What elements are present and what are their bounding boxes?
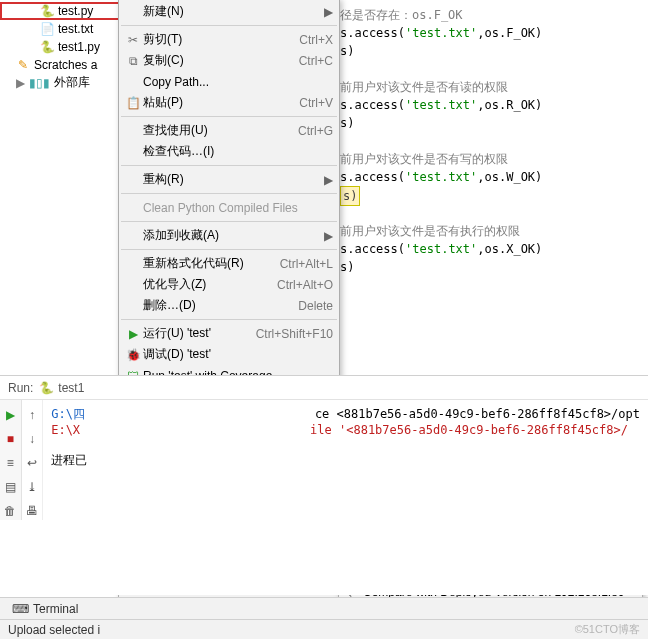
- run-icon: ▶: [123, 327, 143, 341]
- debug-icon: 🐞: [123, 348, 143, 362]
- tab-terminal[interactable]: ⌨ Terminal: [4, 598, 86, 620]
- expand-icon[interactable]: ▶: [16, 76, 25, 90]
- code-selection: s): [340, 186, 360, 206]
- menu-item-optimize-imports[interactable]: 优化导入(Z)Ctrl+Alt+O: [119, 274, 339, 295]
- tab-label: Terminal: [33, 602, 78, 616]
- menu-item-add-favorites[interactable]: 添加到收藏(A)▶: [119, 225, 339, 246]
- menu-separator: [121, 221, 337, 222]
- tree-item-test-py[interactable]: 🐍 test.py: [0, 2, 129, 20]
- status-bar: Upload selected i ©51CTO博客: [0, 619, 648, 639]
- library-icon: ▮▯▮: [29, 76, 50, 90]
- menu-item-find-usages[interactable]: 查找使用(U)Ctrl+G: [119, 120, 339, 141]
- menu-item-copy-path[interactable]: Copy Path...: [119, 71, 339, 92]
- menu-separator: [121, 116, 337, 117]
- print-button[interactable]: 🖶: [23, 502, 41, 520]
- tree-item-label: test.txt: [58, 22, 93, 36]
- menu-item-clean-python[interactable]: Clean Python Compiled Files: [119, 197, 339, 218]
- rerun-button[interactable]: ▶: [1, 406, 19, 424]
- text-file-icon: 📄: [40, 22, 54, 36]
- cut-icon: ✂: [123, 33, 143, 47]
- trash-button[interactable]: 🗑: [1, 502, 19, 520]
- run-config-name: test1: [58, 381, 84, 395]
- up-button[interactable]: ↑: [23, 406, 41, 424]
- tree-item-external-lib[interactable]: ▶ ▮▯▮ 外部库: [0, 74, 129, 91]
- layout-button[interactable]: ≡: [1, 454, 19, 472]
- menu-item-copy[interactable]: ⧉复制(C)Ctrl+C: [119, 50, 339, 71]
- menu-item-new[interactable]: 新建(N)▶: [119, 1, 339, 22]
- menu-item-cut[interactable]: ✂剪切(T)Ctrl+X: [119, 29, 339, 50]
- terminal-icon: ⌨: [12, 602, 29, 616]
- menu-item-debug[interactable]: 🐞调试(D) 'test': [119, 344, 339, 365]
- chevron-right-icon: ▶: [324, 173, 333, 187]
- run-tool-window: Run: 🐍 test1 ▶ ■ ≡ ▤ 🗑 ↑ ↓ ↩ ⤓ 🖶 G:\四ce …: [0, 375, 648, 595]
- run-gutter: ▶ ■ ≡ ▤ 🗑: [0, 400, 22, 520]
- tree-item-label: test1.py: [58, 40, 100, 54]
- bottom-tool-tabs: ⌨ Terminal: [0, 597, 648, 619]
- menu-item-paste[interactable]: 📋粘贴(P)Ctrl+V: [119, 92, 339, 113]
- tree-item-label: Scratches a: [34, 58, 97, 72]
- menu-item-refactor[interactable]: 重构(R)▶: [119, 169, 339, 190]
- code-editor[interactable]: 径是否存在：os.F_OK s.access('test.txt',os.F_O…: [340, 0, 648, 360]
- menu-item-run[interactable]: ▶运行(U) 'test'Ctrl+Shift+F10: [119, 323, 339, 344]
- menu-separator: [121, 193, 337, 194]
- copy-icon: ⧉: [123, 54, 143, 68]
- python-file-icon: 🐍: [40, 4, 54, 18]
- code-comment: 前用户对该文件是否有读的权限: [340, 80, 508, 94]
- menu-separator: [121, 319, 337, 320]
- softwrap-button[interactable]: ↩: [23, 454, 41, 472]
- run-label: Run:: [8, 381, 33, 395]
- menu-separator: [121, 25, 337, 26]
- down-button[interactable]: ↓: [23, 430, 41, 448]
- menu-item-reformat-code[interactable]: 重新格式化代码(R)Ctrl+Alt+L: [119, 253, 339, 274]
- code-comment: 前用户对该文件是否有执行的权限: [340, 224, 520, 238]
- chevron-right-icon: ▶: [324, 5, 333, 19]
- chevron-right-icon: ▶: [324, 229, 333, 243]
- menu-item-inspect-code[interactable]: 检查代码…(I): [119, 141, 339, 162]
- python-icon: 🐍: [39, 381, 54, 395]
- menu-item-delete[interactable]: 删除…(D)Delete: [119, 295, 339, 316]
- menu-separator: [121, 165, 337, 166]
- tree-item-test-txt[interactable]: 📄 test.txt: [0, 20, 129, 38]
- stop-button[interactable]: ■: [1, 430, 19, 448]
- tree-item-label: 外部库: [54, 74, 90, 91]
- run-header: Run: 🐍 test1: [0, 376, 648, 400]
- watermark-text: ©51CTO博客: [575, 622, 640, 637]
- code-comment: 径是否存在：os.F_OK: [340, 8, 463, 22]
- paste-icon: 📋: [123, 96, 143, 110]
- scratches-icon: ✎: [16, 58, 30, 72]
- tree-item-label: test.py: [58, 4, 93, 18]
- code-comment: 前用户对该文件是否有写的权限: [340, 152, 508, 166]
- python-file-icon: 🐍: [40, 40, 54, 54]
- scroll-button[interactable]: ⤓: [23, 478, 41, 496]
- run-console[interactable]: G:\四ce <881b7e56-a5d0-49c9-bef6-286ff8f4…: [43, 400, 648, 520]
- tree-item-scratches[interactable]: ✎ Scratches a: [0, 56, 129, 74]
- tree-item-test1-py[interactable]: 🐍 test1.py: [0, 38, 129, 56]
- run-gutter2: ↑ ↓ ↩ ⤓ 🖶: [22, 400, 44, 520]
- filter-button[interactable]: ▤: [1, 478, 19, 496]
- status-text: Upload selected i: [8, 623, 100, 637]
- menu-separator: [121, 249, 337, 250]
- project-tree: 🐍 test.py 📄 test.txt 🐍 test1.py ✎ Scratc…: [0, 0, 130, 360]
